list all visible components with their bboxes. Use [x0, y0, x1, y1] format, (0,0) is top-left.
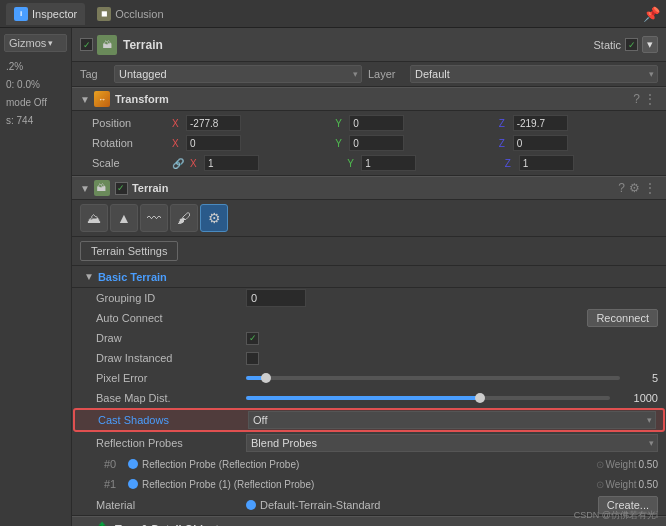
probe-1-weight-value: 0.50: [639, 479, 658, 490]
layer-label: Layer: [368, 68, 404, 80]
draw-instanced-row: Draw Instanced: [72, 348, 666, 368]
terrain-section-header[interactable]: ▼ 🏔 ✓ Terrain ? ⚙ ⋮: [72, 176, 666, 200]
draw-instanced-label: Draw Instanced: [96, 352, 246, 364]
probe-1-hash: #1: [104, 478, 128, 490]
scale-y-input[interactable]: [361, 155, 416, 171]
base-map-dist-label: Base Map Dist.: [96, 392, 246, 404]
tag-select-wrap[interactable]: Untagged ▾: [114, 65, 362, 83]
base-map-dist-slider-track[interactable]: [246, 396, 610, 400]
rotation-y-label: Y: [335, 138, 349, 149]
base-map-dist-slider-thumb[interactable]: [475, 393, 485, 403]
inspector-tab-icon: i: [14, 7, 28, 21]
terrain-tool-paint[interactable]: 🖌: [170, 204, 198, 232]
transform-section-header[interactable]: ▼ ↔ Transform ? ⋮: [72, 87, 666, 111]
transform-collapse-arrow: ▼: [80, 94, 90, 105]
scale-lock-icon[interactable]: 🔗: [172, 155, 184, 171]
scale-x-input[interactable]: [204, 155, 259, 171]
object-header: ✓ 🏔 Terrain Static ✓ ▾: [72, 28, 666, 62]
transform-fields: Position X Y Z: [72, 111, 666, 176]
gizmos-label: Gizmos: [9, 37, 46, 49]
left-panel-values: .2% 0: 0.0% mode Off s: 744: [4, 56, 67, 132]
layer-select-wrap[interactable]: Default ▾: [410, 65, 658, 83]
reflection-probes-select[interactable]: Blend Probes Off Simple: [246, 434, 658, 452]
terrain-tool-raise[interactable]: ⛰: [80, 204, 108, 232]
scale-x-field: X: [190, 155, 343, 171]
terrain-tool-paint-height[interactable]: ▲: [110, 204, 138, 232]
auto-connect-label: Auto Connect: [96, 312, 246, 324]
terrain-section-title: Terrain: [132, 182, 616, 194]
terrain-menu-icon[interactable]: ⋮: [642, 181, 658, 195]
position-x-input[interactable]: [186, 115, 241, 131]
basic-terrain-arrow: ▼: [84, 271, 94, 282]
terrain-collapse-arrow: ▼: [80, 183, 90, 194]
grouping-id-input[interactable]: [246, 289, 306, 307]
probe-1-weight-label: Weight: [606, 479, 637, 490]
terrain-section-checkbox[interactable]: ✓: [115, 182, 128, 195]
terrain-section-icon: 🏔: [94, 180, 110, 196]
tab-occlusion[interactable]: ◼ Occlusion: [89, 3, 171, 25]
pixel-error-row: Pixel Error 5: [72, 368, 666, 388]
base-map-dist-row: Base Map Dist. 1000: [72, 388, 666, 408]
inspector-main: ✓ 🏔 Terrain Static ✓ ▾ Tag Untagged ▾ La…: [72, 28, 666, 526]
reconnect-button[interactable]: Reconnect: [587, 309, 658, 327]
left-panel: Gizmos ▾ .2% 0: 0.0% mode Off s: 744: [0, 28, 72, 526]
layer-select[interactable]: Default: [410, 65, 658, 83]
scale-y-field: Y: [347, 155, 500, 171]
position-y-input[interactable]: [349, 115, 404, 131]
position-x-field: X: [172, 115, 331, 131]
rotation-x-input[interactable]: [186, 135, 241, 151]
cast-shadows-select[interactable]: Off On Two Sided Shadows Only: [248, 411, 656, 429]
basic-terrain-title: Basic Terrain: [98, 271, 167, 283]
terrain-tool-smooth[interactable]: 〰: [140, 204, 168, 232]
pin-button[interactable]: 📌: [643, 6, 660, 22]
transform-help-icon[interactable]: ?: [631, 92, 642, 106]
terrain-settings-icon[interactable]: ⚙: [627, 181, 642, 195]
rotation-x-label: X: [172, 138, 186, 149]
reflection-probes-select-container[interactable]: Blend Probes Off Simple ▾: [246, 434, 658, 452]
rotation-y-field: Y: [335, 135, 494, 151]
gizmos-button[interactable]: Gizmos ▾: [4, 34, 67, 52]
grouping-id-row: Grouping ID: [72, 288, 666, 308]
rotation-y-input[interactable]: [349, 135, 404, 151]
rotation-xyz: X Y Z: [172, 135, 658, 151]
position-row: Position X Y Z: [72, 113, 666, 133]
scale-z-input[interactable]: [519, 155, 574, 171]
reflection-probes-row: Reflection Probes Blend Probes Off Simpl…: [72, 432, 666, 454]
draw-label: Draw: [96, 332, 246, 344]
cast-shadows-select-container[interactable]: Off On Two Sided Shadows Only ▾: [248, 411, 656, 429]
tab-inspector[interactable]: i Inspector: [6, 3, 85, 25]
terrain-settings-button[interactable]: Terrain Settings: [80, 241, 178, 261]
material-label: Material: [96, 499, 246, 511]
object-name: Terrain: [123, 38, 593, 52]
draw-row: Draw ✓: [72, 328, 666, 348]
scale-row: Scale 🔗 X Y Z: [72, 153, 666, 173]
basic-terrain-header[interactable]: ▼ Basic Terrain: [72, 266, 666, 288]
static-checkbox[interactable]: ✓: [625, 38, 638, 51]
probe-0-value: Reflection Probe (Reflection Probe): [142, 459, 596, 470]
static-dropdown-button[interactable]: ▾: [642, 36, 658, 53]
probe-0-hash: #0: [104, 458, 128, 470]
left-s-value: s: 744: [6, 112, 65, 130]
probe-0-weight-label: Weight: [606, 459, 637, 470]
rotation-z-input[interactable]: [513, 135, 568, 151]
probe-1-value: Reflection Probe (1) (Reflection Probe): [142, 479, 596, 490]
probe-1-icon: [128, 479, 138, 489]
draw-instanced-checkbox[interactable]: [246, 352, 259, 365]
transform-menu-icon[interactable]: ⋮: [642, 92, 658, 106]
tag-select[interactable]: Untagged: [114, 65, 362, 83]
probe-0-weight-icon: ⊙: [596, 459, 604, 470]
cast-shadows-label: Cast Shadows: [98, 414, 248, 426]
draw-checkbox[interactable]: ✓: [246, 332, 259, 345]
scale-z-field: Z: [505, 155, 658, 171]
position-z-input[interactable]: [513, 115, 568, 131]
pixel-error-slider-track[interactable]: [246, 376, 620, 380]
object-active-checkbox[interactable]: ✓: [80, 38, 93, 51]
terrain-tool-settings[interactable]: ⚙: [200, 204, 228, 232]
terrain-help-icon[interactable]: ?: [616, 181, 627, 195]
static-label: Static: [593, 39, 621, 51]
probe-0-weight-value: 0.50: [639, 459, 658, 470]
terrain-toolbar: ⛰ ▲ 〰 🖌 ⚙: [72, 200, 666, 237]
pixel-error-slider-thumb[interactable]: [261, 373, 271, 383]
position-label: Position: [92, 117, 172, 129]
terrain-settings-row: Terrain Settings: [72, 237, 666, 266]
